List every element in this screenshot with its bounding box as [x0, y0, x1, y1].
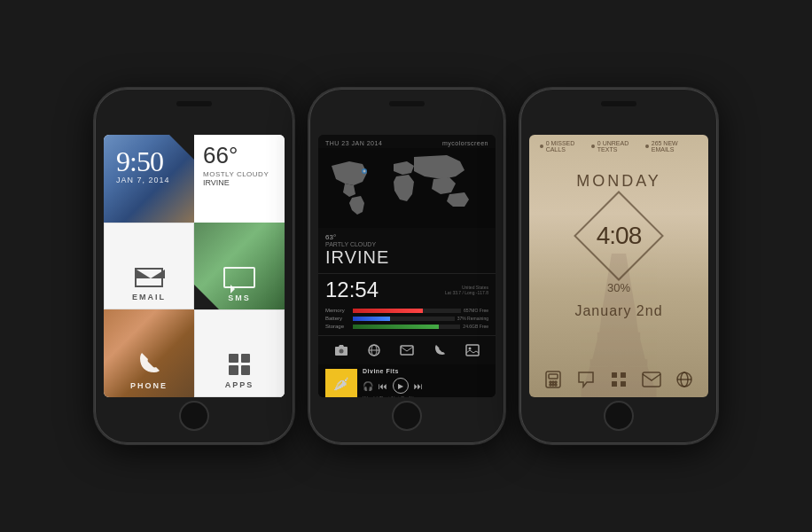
dark-screen: THU 23 JAN 2014 mycolorscreen [318, 135, 496, 397]
phone-3-screen: 0 MISSED CALLS 0 UNREAD TEXTS 265 NEW EM… [529, 135, 708, 397]
new-emails-text: 265 NEW EMAILS [652, 140, 698, 153]
phone-1: 9:50 JAN 7, 2014 66° MOSTLY CLOUDY IRVIN… [95, 89, 293, 443]
time-dark: 12:54 [325, 278, 379, 302]
globe-icon[interactable] [365, 341, 383, 359]
phone-action-icon[interactable] [431, 341, 449, 359]
svg-point-34 [555, 381, 557, 383]
dark-header: THU 23 JAN 2014 mycolorscreen [318, 135, 496, 148]
sms-label: SMS [228, 293, 251, 302]
email-icon [135, 268, 163, 287]
paris-bottom-bar [529, 367, 708, 392]
camera-icon[interactable] [332, 341, 350, 359]
weather-cell: 66° MOSTLY CLOUDY IRVINE [194, 135, 285, 223]
weather-temp-dark: 63° [325, 233, 488, 241]
unread-texts-text: 0 UNREAD TEXTS [597, 140, 645, 153]
storage-bar [353, 325, 460, 329]
unread-dot [591, 145, 595, 148]
phone-label: PHONE [130, 381, 168, 390]
email-action-icon[interactable] [398, 341, 416, 359]
svg-rect-39 [621, 372, 626, 378]
svg-rect-42 [643, 372, 660, 387]
unread-texts-status: 0 UNREAD TEXTS [591, 140, 645, 153]
svg-rect-38 [612, 372, 617, 378]
message-bubble-icon[interactable] [574, 367, 598, 392]
svg-point-37 [555, 384, 557, 386]
svg-point-35 [550, 384, 551, 386]
clock-time: 9:50 [116, 145, 163, 178]
svg-rect-6 [401, 346, 413, 355]
weather-condition-dark: Partly Cloudy [325, 241, 488, 247]
header-brand: mycolorscreen [442, 140, 488, 146]
phone-1-screen: 9:50 JAN 7, 2014 66° MOSTLY CLOUDY IRVIN… [104, 135, 285, 397]
album-art: 🌶 [325, 369, 357, 398]
retro-phone-icon[interactable] [541, 367, 566, 392]
image-action-icon[interactable] [464, 341, 481, 359]
battery-percentage: 30% [607, 281, 630, 294]
svg-rect-40 [612, 381, 617, 387]
weather-desc: MOSTLY CLOUDY [203, 170, 269, 178]
paris-date: January 2nd [574, 303, 662, 319]
album-art-icon: 🌶 [333, 375, 349, 394]
world-map-section [318, 148, 496, 228]
svg-rect-21 [597, 332, 640, 340]
svg-point-2 [340, 349, 344, 354]
battery-stat: Battery 37% Remaining [325, 316, 488, 321]
missed-dot [540, 145, 543, 148]
phone-icon [137, 351, 161, 376]
email-dot [645, 145, 649, 148]
new-emails-status: 265 NEW EMAILS [645, 140, 698, 153]
grid-screen: 9:50 JAN 7, 2014 66° MOSTLY CLOUDY IRVIN… [104, 135, 285, 397]
missed-calls-text: 0 MISSED CALLS [546, 140, 592, 153]
music-info: Divine Fits 🎧 ⏮ ▶ ⏭ Would That Not Be Ni… [363, 368, 488, 397]
apps-icon [229, 354, 250, 375]
prev-icon[interactable]: ⏮ [379, 381, 387, 391]
sms-cell[interactable]: SMS [194, 223, 285, 310]
headphones-icon[interactable]: 🎧 [363, 381, 373, 391]
weather-info-dark: 63° Partly Cloudy IRVINE [318, 228, 496, 274]
paris-status-bar: 0 MISSED CALLS 0 UNREAD TEXTS 265 NEW EM… [529, 135, 708, 158]
next-icon[interactable]: ⏭ [414, 381, 423, 391]
svg-rect-23 [590, 360, 648, 367]
paris-email-icon[interactable] [639, 367, 664, 392]
svg-rect-31 [549, 374, 558, 379]
world-clock-icon[interactable] [672, 367, 697, 392]
sms-corner-notch [194, 285, 219, 309]
phone-2-screen: THU 23 JAN 2014 mycolorscreen [318, 135, 496, 397]
corner-notch [169, 135, 194, 160]
clock-date: JAN 7, 2014 [116, 176, 170, 184]
paris-time: 4:08 [597, 222, 642, 250]
svg-rect-7 [466, 345, 479, 356]
world-map-icon [318, 148, 496, 228]
svg-point-33 [552, 381, 554, 383]
paris-screen: 0 MISSED CALLS 0 UNREAD TEXTS 265 NEW EM… [529, 135, 708, 397]
weather-temp: 66° [203, 144, 238, 167]
memory-stat: Memory 657MO Free [325, 308, 488, 313]
action-icons-row [318, 335, 496, 364]
sms-icon [223, 267, 255, 288]
apps-grid-icon[interactable] [606, 367, 631, 392]
email-cell[interactable]: EMAIL [104, 223, 194, 310]
music-song: Would That Not Be Nice [363, 395, 488, 397]
apps-cell[interactable]: APPS [194, 309, 285, 397]
apps-label: APPS [225, 380, 254, 389]
play-button[interactable]: ▶ [393, 378, 409, 394]
time-cell[interactable]: 9:50 JAN 7, 2014 [104, 135, 194, 223]
battery-bar [353, 317, 455, 321]
city-dark: IRVINE [325, 247, 488, 268]
phone-cell[interactable]: PHONE [104, 309, 194, 397]
svg-point-1 [363, 170, 366, 173]
missed-calls-status: 0 MISSED CALLS [540, 140, 591, 153]
phone-2: THU 23 JAN 2014 mycolorscreen [309, 89, 504, 443]
svg-point-32 [550, 381, 551, 383]
time-stats-row: 12:54 United States Lat 33.7 / Long -117… [318, 274, 496, 306]
music-artist: Divine Fits [363, 368, 488, 374]
weather-city: IRVINE [203, 178, 230, 187]
email-label: EMAIL [132, 293, 166, 301]
day-text: Monday [576, 172, 661, 191]
svg-rect-41 [621, 381, 626, 387]
svg-point-8 [468, 348, 471, 350]
music-controls[interactable]: 🎧 ⏮ ▶ ⏭ [363, 378, 488, 394]
diamond-clock: 4:08 [579, 196, 659, 276]
header-date: THU 23 JAN 2014 [325, 140, 382, 146]
phone-3: 0 MISSED CALLS 0 UNREAD TEXTS 265 NEW EM… [520, 89, 717, 443]
